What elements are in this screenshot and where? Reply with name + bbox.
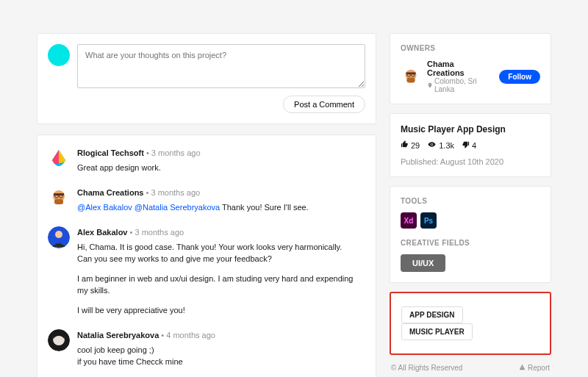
- commenter-avatar[interactable]: [48, 147, 70, 169]
- comment-input[interactable]: [77, 44, 365, 88]
- downvotes-stat: 4: [462, 140, 476, 150]
- comment-time: • 3 months ago: [146, 188, 201, 197]
- svg-rect-3: [54, 199, 63, 204]
- thumbs-up-icon: [401, 140, 409, 150]
- creative-fields-label: CREATIVE FIELDS: [401, 239, 540, 247]
- adobe-xd-icon[interactable]: Xd: [401, 212, 417, 229]
- comment-author[interactable]: Rlogical Techsoft: [77, 148, 144, 157]
- comment-text: Hi, Chama. It is good case. Thank you! Y…: [77, 241, 365, 317]
- comment-text: cool job keep going ;) if you have time …: [77, 344, 365, 368]
- current-user-avatar[interactable]: [48, 44, 70, 66]
- flag-icon: [519, 364, 526, 372]
- owner-name[interactable]: Chama Creations: [427, 60, 493, 77]
- tag-app-design[interactable]: APP DESIGN: [401, 306, 463, 323]
- report-link[interactable]: Report: [519, 364, 550, 372]
- comment-time: • 3 months ago: [146, 148, 201, 157]
- comment-author[interactable]: Alex Bakalov: [77, 228, 127, 237]
- svg-rect-13: [406, 78, 415, 83]
- follow-button[interactable]: Follow: [499, 70, 540, 84]
- user-mention[interactable]: @Alex Bakalov @Natalia Serebryakova: [77, 203, 220, 212]
- likes-stat: 29: [401, 140, 420, 150]
- comment-item: Rlogical Techsoft • 3 months ago Great a…: [48, 147, 365, 173]
- tag-music-player[interactable]: MUSIC PLAYER: [401, 323, 473, 340]
- comment-time: • 3 months ago: [130, 228, 184, 237]
- thumbs-down-icon: [462, 140, 470, 150]
- comment-author[interactable]: Chama Creations: [77, 188, 143, 197]
- copyright: © All Rights Reserved: [391, 364, 462, 372]
- footer: © All Rights Reserved Report: [390, 364, 551, 372]
- owner-avatar[interactable]: [401, 66, 421, 87]
- owners-card: OWNERS Chama Creations Colombo, Sri Lank…: [390, 33, 551, 104]
- owners-label: OWNERS: [401, 44, 540, 52]
- comment-text: Great app design work.: [77, 162, 365, 174]
- photoshop-icon[interactable]: Ps: [420, 212, 437, 229]
- eye-icon: [427, 140, 437, 150]
- comment-item: Natalia Serebryakova • 4 months ago cool…: [48, 329, 365, 368]
- tags-card: APP DESIGN MUSIC PLAYER: [390, 292, 551, 355]
- project-title: Music Player App Design: [401, 124, 540, 134]
- commenter-avatar[interactable]: [48, 329, 70, 351]
- owner-location[interactable]: Colombo, Sri Lanka: [427, 77, 493, 93]
- published-date: Published: August 10th 2020: [401, 157, 540, 166]
- location-pin-icon: [427, 82, 433, 90]
- svg-point-8: [55, 231, 62, 238]
- project-stats-card: Music Player App Design 29 1.3k 4 Publis…: [390, 113, 551, 177]
- comment-time: • 4 months ago: [161, 331, 215, 340]
- comment-text: @Alex Bakalov @Natalia Serebryakova Than…: [77, 201, 365, 214]
- comment-item: Chama Creations • 3 months ago @Alex Bak…: [48, 187, 365, 213]
- comment-author[interactable]: Natalia Serebryakova: [77, 331, 159, 340]
- tools-card: TOOLS Xd Ps CREATIVE FIELDS UI/UX: [390, 186, 551, 283]
- commenter-avatar[interactable]: [48, 187, 70, 209]
- comment-item: Alex Bakalov • 3 months ago Hi, Chama. I…: [48, 226, 365, 316]
- tools-label: TOOLS: [401, 197, 540, 205]
- compose-card: Post a Comment: [37, 33, 376, 124]
- views-stat: 1.3k: [427, 140, 454, 150]
- creative-field-tag[interactable]: UI/UX: [401, 254, 445, 272]
- commenter-avatar[interactable]: [48, 226, 70, 248]
- post-comment-button[interactable]: Post a Comment: [283, 96, 365, 113]
- comments-list: Rlogical Techsoft • 3 months ago Great a…: [37, 134, 376, 377]
